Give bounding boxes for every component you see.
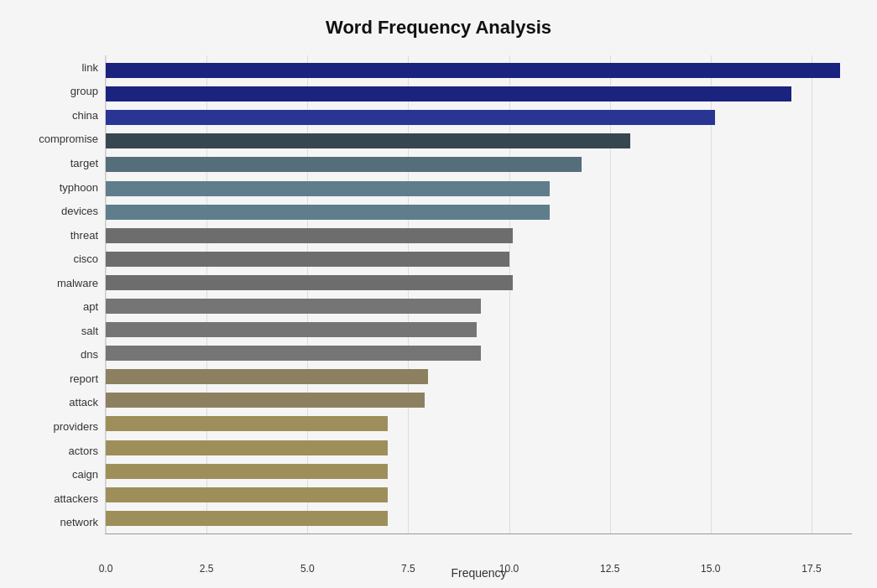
x-tick-5: 12.5 <box>600 563 619 575</box>
bar-devices <box>106 205 550 220</box>
bar-group <box>106 86 791 101</box>
x-tick-7: 17.5 <box>801 563 821 575</box>
y-label-salt: salt <box>81 325 98 336</box>
bar-row-attackers <box>106 486 852 504</box>
plot-area: 0.02.55.07.510.012.515.017.5 Frequency <box>105 55 852 534</box>
bar-caign <box>106 464 388 479</box>
y-label-malware: malware <box>57 278 98 289</box>
bar-row-threat <box>106 226 852 245</box>
bar-dns <box>106 346 481 361</box>
bar-row-cisco <box>106 250 852 268</box>
y-label-actors: actors <box>69 445 98 456</box>
bar-network <box>106 511 388 526</box>
y-label-link: link <box>81 62 98 73</box>
bar-attack <box>106 393 425 408</box>
x-tick-6: 15.0 <box>701 563 720 575</box>
bar-link <box>106 63 840 78</box>
bar-row-providers <box>106 414 852 433</box>
y-label-target: target <box>70 158 98 169</box>
bar-row-group <box>106 85 852 103</box>
bar-report <box>106 369 428 384</box>
x-tick-2: 5.0 <box>300 563 315 575</box>
chart-title: Word Frequency Analysis <box>25 17 852 39</box>
y-label-threat: threat <box>70 230 98 241</box>
y-label-dns: dns <box>81 349 98 360</box>
bar-row-actors <box>106 439 852 457</box>
y-label-group: group <box>70 86 98 96</box>
x-tick-3: 7.5 <box>401 563 415 575</box>
bar-row-attack <box>106 391 852 409</box>
y-label-devices: devices <box>61 206 98 216</box>
y-label-typhoon: typhoon <box>60 182 98 193</box>
bar-row-malware <box>106 273 852 292</box>
bar-providers <box>106 416 388 431</box>
bar-china <box>106 110 715 125</box>
bar-salt <box>106 322 477 337</box>
bar-row-caign <box>106 462 852 481</box>
chart-area: linkgroupchinacompromisetargettyphoondev… <box>25 55 852 534</box>
bar-cisco <box>106 252 509 267</box>
y-label-cisco: cisco <box>73 253 98 264</box>
y-label-attack: attack <box>69 397 98 408</box>
bar-threat <box>106 228 513 243</box>
bar-malware <box>106 275 513 290</box>
x-tick-1: 2.5 <box>200 563 214 575</box>
y-label-report: report <box>70 373 98 384</box>
y-label-attackers: attackers <box>54 493 98 504</box>
bar-row-devices <box>106 203 852 221</box>
bar-typhoon <box>106 181 550 196</box>
chart-container: Word Frequency Analysis linkgroupchinaco… <box>0 0 877 588</box>
y-label-apt: apt <box>83 301 98 312</box>
y-label-caign: caign <box>72 469 98 480</box>
y-label-china: china <box>72 110 98 121</box>
bar-row-apt <box>106 297 852 315</box>
bar-actors <box>106 440 388 455</box>
bar-attackers <box>106 487 388 502</box>
bars-wrapper <box>106 55 852 533</box>
x-tick-0: 0.0 <box>99 563 113 575</box>
bar-row-compromise <box>106 132 852 150</box>
bar-row-china <box>106 108 852 127</box>
x-axis-label: Frequency <box>451 566 506 580</box>
bar-row-dns <box>106 344 852 362</box>
y-label-network: network <box>60 517 98 528</box>
bar-row-target <box>106 155 852 174</box>
bar-row-typhoon <box>106 180 852 198</box>
bar-apt <box>106 299 481 314</box>
bar-row-salt <box>106 320 852 339</box>
bar-row-network <box>106 509 852 528</box>
y-label-providers: providers <box>54 421 98 432</box>
y-label-compromise: compromise <box>39 133 98 144</box>
bar-target <box>106 157 582 172</box>
bar-row-link <box>106 61 852 80</box>
y-axis: linkgroupchinacompromisetargettyphoondev… <box>25 55 105 534</box>
bar-row-report <box>106 367 852 386</box>
bar-compromise <box>106 133 630 148</box>
